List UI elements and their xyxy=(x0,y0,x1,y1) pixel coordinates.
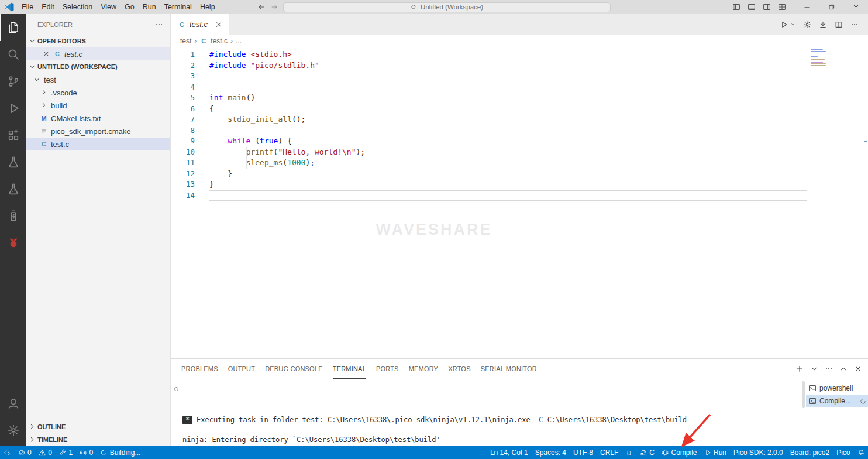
tools-icon xyxy=(59,449,67,457)
encoding[interactable]: UTF-8 xyxy=(570,446,597,459)
tree-item-label: build xyxy=(51,101,67,110)
tree-item-pico-sdk-import-cmake[interactable]: pico_sdk_import.cmake xyxy=(26,125,170,138)
menu-file[interactable]: File xyxy=(18,3,37,11)
layout-sidebar-right-icon[interactable] xyxy=(763,3,771,11)
section-outline[interactable]: OUTLINE xyxy=(26,420,170,433)
terminal[interactable]: *Executing task in folder test: C:\Users… xyxy=(171,379,800,446)
explorer-more-actions-icon[interactable] xyxy=(155,20,163,29)
panel-tab-output[interactable]: OUTPUT xyxy=(228,359,255,379)
section-timeline[interactable]: TIMELINE xyxy=(26,433,170,446)
nav-forward-icon[interactable] xyxy=(270,3,278,11)
extensions-icon xyxy=(7,129,20,142)
line-number: 2 xyxy=(171,60,195,71)
remote-indicator[interactable] xyxy=(0,446,15,459)
editor-more-actions[interactable] xyxy=(850,20,859,29)
language-mode[interactable]: C xyxy=(636,446,658,459)
task-powershell[interactable]: powershell xyxy=(806,382,868,395)
activity-xrtos[interactable] xyxy=(0,176,26,203)
run-button[interactable] xyxy=(780,20,788,29)
terminal-dropdown-icon[interactable] xyxy=(810,365,818,373)
sync-icon xyxy=(640,449,647,457)
code-line: 8 xyxy=(171,125,868,136)
activity-source-control[interactable] xyxy=(0,68,26,95)
activity-extensions[interactable] xyxy=(0,122,26,149)
tab-test-c[interactable]: C test.c xyxy=(171,14,229,35)
breadcrumb-item-test[interactable]: test xyxy=(180,37,191,45)
indentation[interactable]: Spaces: 4 xyxy=(532,446,570,459)
problems-warnings[interactable]: 0 xyxy=(35,446,56,459)
activity-testing[interactable] xyxy=(0,149,26,176)
menu-terminal[interactable]: Terminal xyxy=(160,3,196,11)
layout-sidebar-icon[interactable] xyxy=(732,3,740,11)
panel-tab-ports[interactable]: PORTS xyxy=(376,359,399,379)
panel-tab-debug-console[interactable]: DEBUG CONSOLE xyxy=(265,359,323,379)
activity-raspberry-pi[interactable] xyxy=(0,230,26,256)
panel-tab-problems[interactable]: PROBLEMS xyxy=(181,359,218,379)
code-editor[interactable]: 1#include <stdio.h>2#include "pico/stdli… xyxy=(171,47,868,358)
activity-search[interactable] xyxy=(0,41,26,68)
tree-item-test-c[interactable]: Ctest.c xyxy=(26,138,170,150)
activity-settings[interactable] xyxy=(0,417,26,444)
tab-close-icon[interactable] xyxy=(215,20,223,29)
panel-tab-memory[interactable]: MEMORY xyxy=(409,359,439,379)
menu-view[interactable]: View xyxy=(97,3,120,11)
split-editor-button[interactable] xyxy=(835,20,843,29)
cursor-position[interactable]: Ln 14, Col 1 xyxy=(487,446,532,459)
menu-selection[interactable]: Selection xyxy=(58,3,97,11)
tree-item-vscode[interactable]: .vscode xyxy=(26,86,170,99)
nav-back-icon[interactable] xyxy=(257,3,266,11)
configure-button[interactable] xyxy=(803,20,811,29)
pico-run[interactable]: Run xyxy=(701,446,731,459)
task-compile[interactable]: Compile... xyxy=(806,395,868,407)
menu-go[interactable]: Go xyxy=(120,3,139,11)
open-editors-header[interactable]: OPEN EDITORS xyxy=(26,35,170,47)
menu-run[interactable]: Run xyxy=(139,3,160,11)
pico-extension[interactable]: Pico xyxy=(833,446,853,459)
pico-sdk-version[interactable]: Pico SDK: 2.0.0 xyxy=(730,446,787,459)
breadcrumb-item-test-c[interactable]: test.c xyxy=(211,37,228,45)
terminal-icon xyxy=(808,384,817,392)
tree-item-cmakelists-txt[interactable]: MCMakeLists.txt xyxy=(26,112,170,125)
command-center[interactable]: Untitled (Workspace) xyxy=(283,2,611,12)
menu-edit[interactable]: Edit xyxy=(37,3,58,11)
close-panel-icon[interactable] xyxy=(854,365,862,373)
line-number: 8 xyxy=(171,125,195,136)
panel-tab-xrtos[interactable]: XRTOS xyxy=(448,359,471,379)
activity-accounts[interactable] xyxy=(0,390,26,417)
panel-more-actions[interactable] xyxy=(825,365,833,373)
maximize-button[interactable] xyxy=(819,0,843,14)
activity-run-and-debug[interactable] xyxy=(0,95,26,122)
panel-tab-serial-monitor[interactable]: SERIAL MONITOR xyxy=(481,359,537,379)
minimap-line xyxy=(811,68,811,69)
activity-explorer[interactable] xyxy=(0,14,26,41)
panel-tab-terminal[interactable]: TERMINAL xyxy=(333,359,366,379)
layout-grid-icon[interactable] xyxy=(778,3,786,11)
board[interactable]: Board: pico2 xyxy=(787,446,833,459)
minimize-button[interactable] xyxy=(794,0,819,14)
eol[interactable]: CRLF xyxy=(597,446,622,459)
terminal-scrollbar[interactable] xyxy=(800,379,806,446)
tree-item-test[interactable]: test xyxy=(26,73,170,86)
new-terminal-button[interactable] xyxy=(795,365,804,373)
menu-help[interactable]: Help xyxy=(196,3,219,11)
activity-pico-project[interactable] xyxy=(0,203,26,230)
problems-errors[interactable]: 0 xyxy=(15,446,35,459)
maximize-panel-icon[interactable] xyxy=(839,365,848,373)
tree-item-label: pico_sdk_import.cmake xyxy=(51,127,131,136)
breadcrumb-item-[interactable]: ... xyxy=(236,37,242,45)
ports[interactable]: 0 xyxy=(76,446,97,459)
pico-compile[interactable]: Compile xyxy=(658,446,701,459)
minimap[interactable] xyxy=(811,49,826,71)
tree-item-build[interactable]: build xyxy=(26,99,170,112)
build-status[interactable]: Building... xyxy=(97,446,144,459)
close-button[interactable] xyxy=(843,0,868,14)
running-tasks[interactable]: 1 xyxy=(56,446,76,459)
panel-body: *Executing task in folder test: C:\Users… xyxy=(171,379,868,446)
layout-panel-icon[interactable] xyxy=(748,3,756,11)
flash-button[interactable] xyxy=(819,20,827,29)
close-icon[interactable] xyxy=(42,50,50,58)
language-status[interactable]: {} xyxy=(622,446,636,459)
workspace-header[interactable]: UNTITLED (WORKSPACE) xyxy=(26,60,170,73)
notifications[interactable] xyxy=(854,446,868,459)
open-editor-test-c[interactable]: Ctest.c xyxy=(26,47,170,60)
